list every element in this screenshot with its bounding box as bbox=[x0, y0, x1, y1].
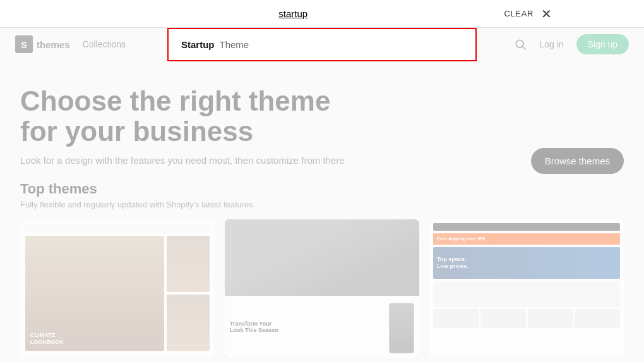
flairy-main-image: CLIMATELOOKBOOK bbox=[25, 236, 164, 351]
close-button[interactable]: ✕ bbox=[541, 8, 552, 20]
enterprise-cell-2 bbox=[480, 309, 526, 328]
hero-title: Choose the right themefor your business bbox=[20, 86, 374, 147]
search-dropdown: Startup Theme bbox=[167, 28, 477, 61]
nav-logo-text: themes bbox=[37, 39, 70, 50]
nav-logo: S themes bbox=[15, 35, 70, 53]
svg-line-3 bbox=[523, 47, 526, 50]
theme-card-pure[interactable]: Transform YourLook This Season bbox=[225, 219, 419, 358]
result-name: Startup bbox=[181, 39, 215, 50]
search-icon[interactable] bbox=[514, 38, 527, 51]
theme-card-flairy[interactable]: CLIMATELOOKBOOK bbox=[20, 219, 215, 358]
flairy-side-img-1 bbox=[167, 236, 210, 292]
enterprise-cell-1 bbox=[433, 309, 479, 328]
enterprise-nav bbox=[433, 223, 620, 231]
search-result-item[interactable]: Startup Theme bbox=[181, 39, 463, 50]
search-bar: CLEAR ✕ bbox=[0, 0, 644, 28]
nav-collections[interactable]: Collections bbox=[83, 39, 126, 49]
browse-themes-button[interactable]: Browse themes bbox=[531, 148, 624, 174]
top-themes-section: Top themes Fully flexible and regularly … bbox=[0, 181, 644, 209]
pure-inner: Transform YourLook This Season bbox=[225, 219, 419, 358]
search-input-wrapper[interactable] bbox=[92, 8, 494, 20]
enterprise-banner-text: Free shipping over $99 bbox=[437, 236, 485, 241]
enterprise-inner: Free shipping over $99 Top specs.Low pri… bbox=[429, 219, 624, 358]
enterprise-cell-3 bbox=[528, 309, 573, 328]
clear-button[interactable]: CLEAR bbox=[504, 9, 534, 18]
theme-card-enterprise[interactable]: Free shipping over $99 Top specs.Low pri… bbox=[429, 219, 624, 358]
enterprise-sub-hero bbox=[433, 281, 620, 307]
flairy-side-img-2 bbox=[167, 295, 210, 351]
svg-point-2 bbox=[516, 40, 524, 47]
flairy-side bbox=[167, 236, 210, 351]
enterprise-hero-text: Top specs.Low prices. bbox=[437, 256, 616, 270]
enterprise-cell-4 bbox=[575, 309, 620, 328]
result-type: Theme bbox=[220, 39, 249, 50]
page-background: S themes Collections Log in Sign up Choo… bbox=[0, 28, 644, 361]
search-input[interactable] bbox=[92, 8, 494, 19]
flairy-nav-bar bbox=[25, 224, 210, 233]
hero-subtitle: Look for a design with the features you … bbox=[20, 155, 361, 166]
nav-signup-button[interactable]: Sign up bbox=[576, 34, 629, 54]
pure-label: Transform YourLook This Season bbox=[230, 321, 414, 333]
svg-text:S: S bbox=[21, 40, 27, 50]
top-themes-title: Top themes bbox=[20, 181, 624, 197]
nav-login[interactable]: Log in bbox=[539, 39, 563, 49]
shopify-logo-icon: S bbox=[15, 35, 33, 53]
pure-phone-mockup bbox=[389, 303, 414, 353]
flairy-text: CLIMATELOOKBOOK bbox=[30, 332, 159, 346]
top-themes-subtitle: Fully flexible and regularly updated wit… bbox=[20, 200, 624, 209]
enterprise-hero: Top specs.Low prices. bbox=[433, 247, 620, 279]
enterprise-banner: Free shipping over $99 bbox=[433, 233, 620, 245]
search-actions: CLEAR ✕ bbox=[504, 8, 552, 20]
enterprise-product-row bbox=[433, 309, 620, 328]
theme-cards: CLIMATELOOKBOOK Transform YourLook This … bbox=[0, 209, 644, 358]
